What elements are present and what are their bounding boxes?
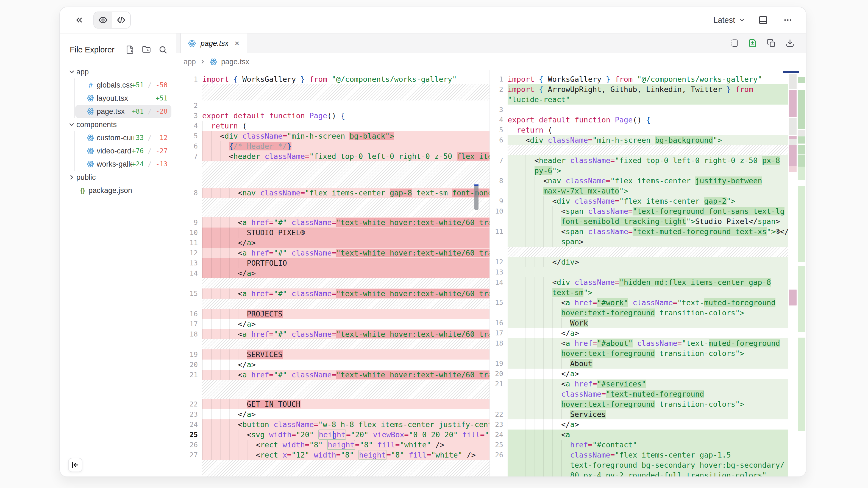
diff-code-row[interactable]: 19About [490, 358, 788, 368]
diff-code-row[interactable]: 11<span className="text-muted-foreground… [490, 226, 788, 236]
diff-code-row[interactable]: 5return ( [490, 125, 788, 135]
eye-icon [98, 15, 108, 25]
diff-code-row[interactable]: "lucide-react" [490, 94, 788, 104]
diff-code-row[interactable]: 16Work [490, 318, 788, 328]
explorer-item-components[interactable]: components [67, 118, 172, 131]
new-folder-button[interactable] [140, 43, 153, 56]
diff-code-row[interactable]: 9<div className="flex items-center gap-2… [490, 196, 788, 206]
diff-code-row[interactable]: span> [490, 236, 788, 247]
diff-code-row[interactable]: 4export default function Page() { [490, 115, 788, 125]
line-number: 13 [490, 267, 507, 277]
diff-code-row[interactable]: 15<a href="#" className="text-white hove… [176, 289, 490, 299]
diff-overview-ruler[interactable] [788, 70, 806, 477]
left-pane-scrollbar-thumb[interactable] [474, 185, 478, 210]
diff-code-row[interactable]: 22GET IN TOUCH [176, 399, 490, 409]
diff-code-row[interactable]: 10STUDIO PIXEL® [176, 228, 490, 238]
diff-code-row[interactable]: 23</a> [176, 409, 490, 419]
diff-code-row[interactable]: 8<nav className="flex items-center gap-8… [176, 188, 490, 198]
file-diff-button[interactable] [746, 36, 759, 50]
diff-code-row[interactable]: 13 [490, 267, 788, 277]
explorer-item-public[interactable]: public [67, 171, 172, 184]
diff-code-row[interactable]: 23</a> [490, 419, 788, 429]
explorer-item-globals.css[interactable]: #globals.css+51 / -50 [75, 78, 172, 92]
explorer-item-works-galler-[interactable]: works-galler…+24 / -13 [75, 158, 172, 171]
diff-code-row[interactable]: 2 [176, 100, 490, 110]
breadcrumb-file[interactable]: page.tsx [221, 58, 249, 66]
diff-code-row[interactable]: 16PROJECTS [176, 309, 490, 319]
diff-code-row[interactable]: 18<a href="#about" className="text-muted… [490, 338, 788, 348]
diff-code-row[interactable]: 14<div className="hidden md:flex items-c… [490, 277, 788, 287]
search-files-button[interactable] [157, 43, 169, 56]
diff-code-row[interactable]: 1import { WorksGallery } from "@/compone… [176, 74, 490, 84]
line-number: 12 [176, 248, 202, 258]
diff-code-row[interactable]: 21<a href="#" className="text-white hove… [176, 370, 490, 380]
diff-code-row[interactable]: 25href="#contact" [490, 440, 788, 450]
diff-code-row[interactable]: 26className="flex items-center gap-1.5 [490, 450, 788, 460]
diff-code-row[interactable]: className="text-muted-foreground [490, 389, 788, 399]
diff-code-row[interactable]: 27<rect x="12" width="8" height="8" fill… [176, 450, 490, 460]
explorer-item-layout.tsx[interactable]: layout.tsx+51 [75, 92, 172, 105]
diff-code-row[interactable]: 25<svg width="20" height="20" viewBox="0… [176, 429, 490, 440]
diff-code-row[interactable]: 10<span className="text-foreground font-… [490, 206, 788, 216]
diff-code-row[interactable]: 15<a href="#work" className="text-muted-… [490, 297, 788, 308]
diff-code-row[interactable]: 17</a> [490, 328, 788, 338]
diff-code-row[interactable]: font-semibold tracking-tight">Studio Pix… [490, 216, 788, 226]
diff-code-row[interactable]: 14</a> [176, 268, 490, 278]
diff-code-row[interactable]: 12<a href="#" className="text-white hove… [176, 248, 490, 258]
diff-code-row[interactable]: hover:text-foreground transition-colors"… [490, 308, 788, 318]
diff-code-row[interactable]: 24<button className="w-8 h-8 flex items-… [176, 419, 490, 429]
explorer-item-video-card.tsx[interactable]: video-card.tsx+76 / -27 [75, 144, 172, 158]
diff-code-row[interactable]: 6<div className="min-h-screen bg-backgro… [490, 135, 788, 145]
diff-pane-old[interactable]: 1import { WorksGallery } from "@/compone… [176, 70, 490, 477]
diff-code-row[interactable]: 21<a href="#services" [490, 379, 788, 389]
copy-button[interactable] [765, 36, 778, 50]
explorer-item-custom-curs-[interactable]: custom-curs…+33 / -12 [75, 131, 172, 144]
diff-code-row[interactable]: 9<a href="#" className="text-white hover… [176, 217, 490, 228]
diff-code-row[interactable]: 24<a [490, 429, 788, 440]
preview-toggle-button[interactable] [94, 12, 112, 28]
diff-code-row[interactable]: hover:text-foreground transition-colors"… [490, 348, 788, 358]
diff-code-row[interactable]: 20</a> [490, 368, 788, 379]
diff-code-row[interactable]: 7<header className="fixed top-0 left-0 r… [490, 155, 788, 165]
diff-code-row[interactable]: 5<div className="min-h-screen bg-black"> [176, 131, 490, 141]
tab-page-tsx[interactable]: page.tsx × [180, 33, 247, 53]
explorer-item-page.tsx[interactable]: page.tsx+81 / -28 [75, 105, 172, 118]
diff-code-row[interactable]: 11</a> [176, 238, 490, 248]
diff-code-row[interactable]: 80 px-4 py-2 rounded-full transition-col… [490, 470, 788, 477]
diff-code-row[interactable]: 4return ( [176, 121, 490, 131]
version-selector[interactable]: Latest [713, 15, 745, 25]
diff-code-row[interactable]: 12</div> [490, 257, 788, 267]
diff-code-row[interactable]: max-w-7xl mx-auto"> [490, 186, 788, 196]
diff-code-row[interactable]: 7<header className="fixed top-0 left-0 r… [176, 151, 490, 161]
diff-code-row[interactable]: 13PORTFOLIO [176, 258, 490, 268]
diff-code-row[interactable]: 20</a> [176, 360, 490, 370]
chevrons-left-button[interactable] [72, 13, 86, 27]
diff-code-row[interactable]: 1import { WorksGallery } from "@/compone… [490, 74, 788, 84]
diff-code-row[interactable]: text-foreground bg-secondary hover:bg-se… [490, 460, 788, 470]
diff-code-row[interactable]: py-6"> [490, 165, 788, 176]
diff-code-row[interactable]: 2import { ArrowUpRight, Github, Linkedin… [490, 84, 788, 94]
panel-bottom-button[interactable] [756, 13, 770, 27]
diff-code-row[interactable]: 17</a> [176, 319, 490, 329]
diff-code-row[interactable]: hover:text-foreground transition-colors"… [490, 399, 788, 409]
diff-code-row[interactable]: 19SERVICES [176, 349, 490, 360]
explorer-item-app[interactable]: app [67, 65, 172, 78]
split-view-button[interactable] [727, 36, 741, 50]
code-toggle-button[interactable] [112, 12, 130, 28]
diff-code-row[interactable]: text-sm"> [490, 287, 788, 297]
diff-code-row[interactable]: 22Services [490, 409, 788, 419]
diff-code-row[interactable]: 3 [490, 104, 788, 115]
download-button[interactable] [783, 36, 797, 50]
diff-code-row[interactable]: 3export default function Page() { [176, 110, 490, 121]
diff-code-row[interactable]: 18<a href="#" className="text-white hove… [176, 329, 490, 339]
more-options-button[interactable] [781, 13, 795, 27]
diff-code-row[interactable]: 8<nav className="flex items-center justi… [490, 176, 788, 186]
close-tab-icon[interactable]: × [235, 39, 240, 48]
explorer-item-package.json[interactable]: { }package.json [67, 184, 172, 197]
diff-code-row[interactable]: 6{/* Header */} [176, 141, 490, 151]
diff-code-row[interactable]: 26<rect width="8" height="8" fill="white… [176, 440, 490, 450]
diff-pane-new[interactable]: 1import { WorksGallery } from "@/compone… [490, 70, 788, 477]
breadcrumb-root[interactable]: app [184, 58, 196, 66]
new-file-button[interactable] [124, 43, 136, 56]
collapse-sidebar-button[interactable] [68, 458, 83, 472]
